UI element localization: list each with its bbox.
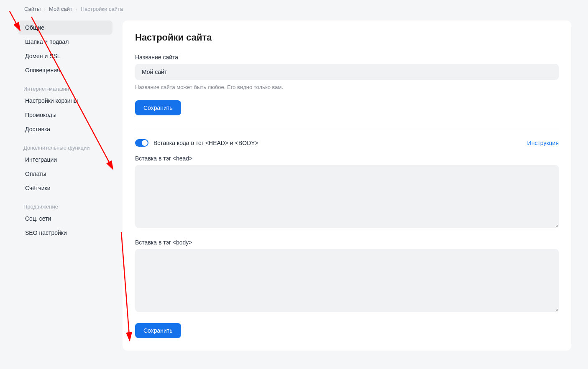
- sidebar-item-header-footer[interactable]: Шапка и подвал: [18, 35, 112, 49]
- sidebar-item-domain-ssl[interactable]: Домен и SSL: [18, 49, 112, 63]
- head-insert-textarea[interactable]: [135, 165, 559, 228]
- code-insert-toggle-label: Вставка кода в тег <HEAD> и <BODY>: [153, 140, 258, 146]
- sidebar-item-delivery[interactable]: Доставка: [18, 122, 112, 136]
- sidebar-item-cart-settings[interactable]: Настройки корзины: [18, 94, 112, 108]
- breadcrumb-mysite[interactable]: Мой сайт: [49, 6, 72, 12]
- site-name-help: Название сайта может быть любое. Его вид…: [135, 84, 559, 90]
- sidebar-item-integrations[interactable]: Интеграции: [18, 153, 112, 167]
- sidebar-item-seo[interactable]: SEO настройки: [18, 226, 112, 240]
- sidebar-group-promotion-label: Продвижение: [16, 198, 114, 211]
- sidebar-item-general[interactable]: Общие: [18, 20, 112, 35]
- breadcrumb: Сайты › Мой сайт › Настройки сайта: [0, 0, 588, 18]
- code-insert-toggle[interactable]: [135, 139, 148, 147]
- sidebar-group-additional-label: Дополнительные функции: [16, 140, 114, 153]
- instruction-link[interactable]: Инструкция: [527, 140, 559, 146]
- page-title: Настройки сайта: [135, 32, 559, 43]
- site-name-label: Название сайта: [135, 54, 559, 61]
- settings-sidebar: Общие Шапка и подвал Домен и SSL Оповеще…: [16, 18, 114, 240]
- sidebar-item-notifications[interactable]: Оповещения: [18, 63, 112, 77]
- sidebar-item-social[interactable]: Соц. сети: [18, 211, 112, 226]
- breadcrumb-sites[interactable]: Сайты: [24, 6, 41, 12]
- chevron-right-icon: ›: [76, 7, 77, 12]
- sidebar-item-counters[interactable]: Счётчики: [18, 181, 112, 195]
- head-insert-label: Вставка в тэг <head>: [135, 155, 559, 162]
- sidebar-group-shop-label: Интернет-магазин: [16, 81, 114, 94]
- body-insert-textarea[interactable]: [135, 249, 559, 312]
- save-button[interactable]: Сохранить: [135, 100, 181, 115]
- divider: [135, 128, 559, 128]
- sidebar-item-promocodes[interactable]: Промокоды: [18, 108, 112, 122]
- chevron-right-icon: ›: [44, 7, 46, 12]
- body-insert-label: Вставка в тэг <body>: [135, 239, 559, 246]
- breadcrumb-current: Настройки сайта: [81, 6, 123, 12]
- site-name-input[interactable]: [135, 64, 559, 80]
- save-button-code[interactable]: Сохранить: [135, 323, 181, 338]
- sidebar-item-payments[interactable]: Оплаты: [18, 167, 112, 181]
- settings-card: Настройки сайта Название сайта Название …: [123, 20, 571, 351]
